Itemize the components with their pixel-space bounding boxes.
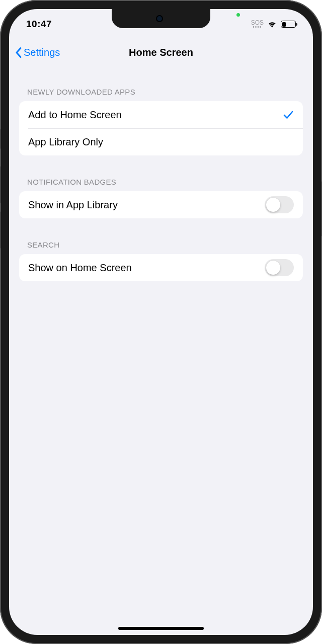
- sos-indicator: SOS ••••: [251, 20, 264, 29]
- phone-frame: 10:47 SOS •••• Settings: [0, 0, 322, 644]
- content: NEWLY DOWNLOADED APPS Add to Home Screen…: [9, 65, 313, 281]
- option-add-to-home-screen[interactable]: Add to Home Screen: [19, 101, 303, 128]
- phone-mute-switch: [0, 129, 1, 149]
- wifi-icon: [267, 21, 277, 28]
- notch: [112, 9, 210, 28]
- phone-volume-up: [0, 166, 1, 203]
- page-title: Home Screen: [129, 47, 193, 58]
- row-label: Show in App Library: [28, 199, 118, 211]
- nav-bar: Settings Home Screen: [9, 39, 313, 65]
- row-label: Show on Home Screen: [28, 262, 132, 274]
- status-time: 10:47: [26, 19, 52, 30]
- toggle-show-on-home-screen[interactable]: [265, 259, 294, 276]
- section-header-newly-downloaded: NEWLY DOWNLOADED APPS: [19, 88, 303, 101]
- privacy-indicator-dot: [236, 13, 240, 17]
- battery-icon: [281, 21, 296, 28]
- row-show-in-app-library: Show in App Library: [19, 191, 303, 218]
- option-app-library-only[interactable]: App Library Only: [19, 128, 303, 155]
- checkmark-icon: [283, 109, 294, 120]
- row-show-on-home-screen: Show on Home Screen: [19, 254, 303, 281]
- toggle-show-in-app-library[interactable]: [265, 196, 294, 213]
- screen: 10:47 SOS •••• Settings: [9, 9, 313, 635]
- back-label: Settings: [24, 47, 60, 58]
- status-right: SOS ••••: [251, 20, 296, 29]
- option-label: App Library Only: [28, 136, 103, 148]
- option-label: Add to Home Screen: [28, 109, 122, 121]
- section-header-notification-badges: NOTIFICATION BADGES: [19, 178, 303, 191]
- section-header-search: SEARCH: [19, 240, 303, 254]
- group-notification-badges: Show in App Library: [19, 191, 303, 218]
- home-indicator[interactable]: [118, 627, 204, 630]
- chevron-left-icon: [15, 47, 22, 58]
- group-search: Show on Home Screen: [19, 254, 303, 281]
- group-newly-downloaded: Add to Home Screen App Library Only: [19, 101, 303, 155]
- phone-volume-down: [0, 211, 1, 249]
- back-button[interactable]: Settings: [15, 47, 60, 58]
